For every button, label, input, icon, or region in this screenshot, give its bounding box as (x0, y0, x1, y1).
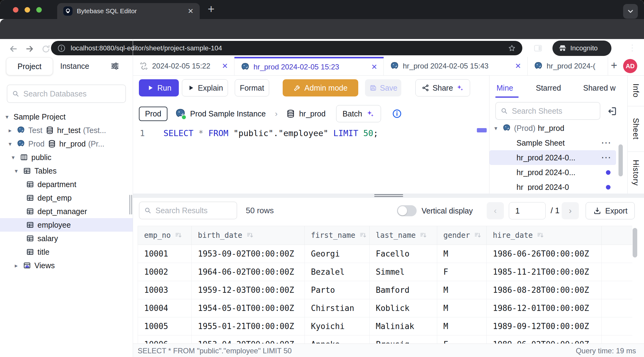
bookmark-star-icon[interactable] (508, 44, 516, 53)
results-search[interactable] (139, 202, 237, 219)
new-worksheet-button[interactable]: + (611, 59, 617, 72)
avatar[interactable]: AD (623, 59, 637, 73)
column-header[interactable]: last_name (370, 226, 437, 245)
table-row[interactable]: 100041954-05-01T00:00:00ZChirstianKoblic… (138, 299, 633, 317)
column-header[interactable]: emp_no (138, 226, 192, 245)
caret-down-icon[interactable]: ▾ (15, 167, 23, 175)
info-icon[interactable] (392, 109, 402, 119)
more-actions-icon[interactable]: ··· (602, 153, 612, 162)
database-tree-item[interactable]: title (0, 245, 133, 259)
filter-settings-icon[interactable] (110, 61, 120, 71)
close-worksheet-icon[interactable]: ✕ (218, 62, 228, 70)
editor-scroll-indicator[interactable] (477, 128, 487, 132)
sheet-item[interactable]: hr_prod 2024-0... (489, 165, 616, 180)
close-window-button[interactable] (13, 7, 18, 13)
explain-button[interactable]: Explain (182, 79, 228, 96)
tab-mine[interactable]: Mine (497, 84, 513, 92)
next-page-button[interactable]: › (562, 202, 579, 219)
caret-down-icon[interactable]: ▾ (6, 113, 14, 120)
sort-icon[interactable] (536, 231, 544, 239)
database-search[interactable] (7, 84, 126, 103)
column-header[interactable]: hire_date (487, 226, 602, 245)
database-tree-item[interactable]: ▾Prodhr_prod(Pr... (0, 137, 133, 151)
database-tree-item[interactable]: dept_emp (0, 191, 133, 205)
tab-instance[interactable]: Instance (60, 57, 89, 75)
table-row[interactable]: 100031959-12-03T00:00:00ZPartoBamfordM19… (138, 281, 633, 299)
sheet-search-input[interactable] (511, 106, 595, 116)
batch-mode-button[interactable]: Batch (336, 105, 381, 122)
sort-icon[interactable] (246, 231, 254, 239)
splitter-drag-handle[interactable] (374, 194, 403, 197)
caret-right-icon[interactable]: ▸ (15, 262, 23, 269)
sort-icon[interactable] (175, 231, 183, 239)
page-number-input[interactable] (509, 202, 546, 219)
close-worksheet-icon[interactable]: ✕ (511, 62, 521, 70)
database-search-input[interactable] (23, 89, 121, 99)
caret-down-icon[interactable]: ▾ (12, 154, 20, 161)
sheet-item[interactable]: Sample Sheet··· (489, 135, 616, 150)
browser-tab[interactable]: Bytebase SQL Editor ✕ (57, 3, 200, 19)
save-button[interactable]: Save (365, 79, 401, 96)
sort-icon[interactable] (474, 231, 482, 239)
worksheet-tab[interactable]: hr_prod 2024-( (528, 57, 608, 75)
caret-down-icon[interactable]: ▾ (494, 125, 502, 132)
address-bar[interactable]: localhost:8080/sql-editor/sheet/project-… (51, 41, 522, 55)
scrollbar-thumb[interactable] (633, 228, 637, 257)
vertical-display-toggle[interactable] (397, 205, 417, 216)
close-tab-icon[interactable]: ✕ (188, 7, 194, 15)
sql-editor[interactable]: 1 SELECT * FROM "public"."employee" LIMI… (133, 124, 489, 194)
database-tree-item[interactable]: ▾Sample Project (0, 110, 133, 124)
admin-mode-button[interactable]: Admin mode (283, 79, 358, 96)
worksheet-tab[interactable]: 2024-02-05 15:22✕ (133, 57, 234, 75)
scrollbar-thumb[interactable] (618, 144, 623, 176)
database-tree-item[interactable]: ▸Views (0, 259, 133, 272)
column-header[interactable]: first_name (305, 226, 370, 245)
database-tree-item[interactable]: ▾Tables (0, 164, 133, 178)
instance-name[interactable]: Prod Sample Instance (190, 109, 266, 118)
share-button[interactable]: Share (415, 79, 470, 96)
sheet-item[interactable]: hr_prod 2024-0...··· (489, 150, 616, 165)
previous-page-button[interactable]: ‹ (487, 202, 504, 219)
side-panel-icon[interactable] (533, 43, 543, 53)
table-row[interactable]: 100051955-01-21T00:00:00ZKyoichiMaliniak… (138, 317, 633, 335)
back-icon[interactable] (8, 44, 18, 54)
site-info-icon[interactable] (57, 44, 66, 53)
more-actions-icon[interactable]: ··· (602, 139, 612, 147)
rail-tab-history[interactable]: History (628, 151, 644, 194)
table-row[interactable]: 100061953-04-20T00:00:00ZAnnekePreusigF1… (138, 335, 633, 344)
caret-right-icon[interactable]: ▸ (9, 127, 17, 134)
database-tree-item[interactable]: employee (0, 218, 133, 232)
reload-icon[interactable] (41, 44, 51, 54)
column-header[interactable]: birth_date (192, 226, 305, 245)
worksheet-tab[interactable]: hr_prod 2024-02-05 15:23✕ (234, 57, 384, 75)
close-worksheet-icon[interactable]: ✕ (367, 63, 377, 71)
sheet-search[interactable] (495, 102, 600, 120)
rail-tab-sheet[interactable]: Sheet (628, 106, 644, 151)
tab-project[interactable]: Project (6, 57, 53, 75)
database-tree-item[interactable]: ▾public (0, 151, 133, 164)
table-row[interactable]: 100021964-06-02T00:00:00ZBezalelSimmelF1… (138, 263, 633, 281)
results-search-input[interactable] (155, 206, 232, 215)
column-header[interactable]: gender (437, 226, 487, 245)
database-tree-item[interactable]: salary (0, 232, 133, 245)
browser-menu-icon[interactable]: ⋮ (628, 43, 637, 53)
database-name[interactable]: hr_prod (299, 109, 325, 118)
database-tree-item[interactable]: ▸Testhr_test(Test... (0, 124, 133, 137)
forward-icon[interactable] (25, 44, 35, 54)
rail-tab-info[interactable]: Info (628, 75, 644, 106)
run-button[interactable]: Run (139, 79, 179, 96)
table-row[interactable]: 100011953-09-02T00:00:00ZGeorgiFacelloM1… (138, 245, 633, 263)
format-button[interactable]: Format (235, 79, 269, 96)
sort-icon[interactable] (359, 231, 367, 239)
sheet-item[interactable]: hr_prod 2024-0 (489, 180, 616, 190)
tab-shared-with-me[interactable]: Shared w (583, 84, 627, 92)
worksheet-tab[interactable]: hr_prod 2024-02-05 15:43✕ (384, 57, 528, 75)
minimize-window-button[interactable] (25, 7, 30, 13)
new-tab-button[interactable]: + (208, 2, 214, 16)
tab-search-button[interactable] (623, 4, 638, 19)
tab-starred[interactable]: Starred (536, 84, 561, 92)
sidebar-resize-handle[interactable] (129, 195, 132, 214)
database-tree-item[interactable]: dept_manager (0, 205, 133, 218)
sheet-group[interactable]: ▾(Prod)hr_prod (489, 121, 616, 135)
database-tree-item[interactable]: department (0, 178, 133, 191)
